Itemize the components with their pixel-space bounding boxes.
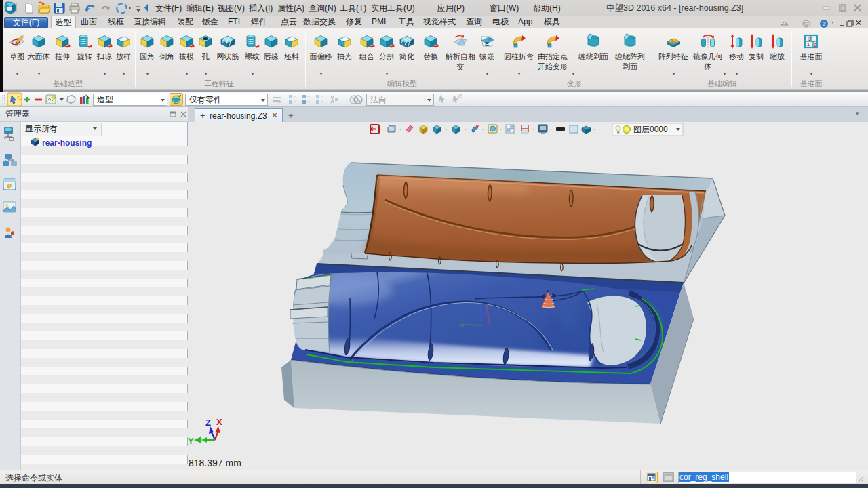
svg-text:·: · <box>550 127 552 133</box>
svg-text:·: · <box>465 127 467 133</box>
svg-text:·: · <box>446 127 448 133</box>
svg-text:·: · <box>399 127 401 133</box>
svg-text:·: · <box>482 127 484 133</box>
svg-text:·: · <box>500 127 502 133</box>
svg-text:818.397 mm: 818.397 mm <box>189 458 241 468</box>
svg-text:·: · <box>532 127 534 133</box>
svg-text:·: · <box>593 127 595 133</box>
svg-text:Y: Y <box>188 436 194 446</box>
svg-text:图层0000: 图层0000 <box>633 125 668 134</box>
svg-text:Z: Z <box>205 418 211 428</box>
svg-text:Y: Y <box>459 317 463 323</box>
svg-text:X: X <box>216 417 222 427</box>
svg-text:?: ? <box>822 20 826 27</box>
